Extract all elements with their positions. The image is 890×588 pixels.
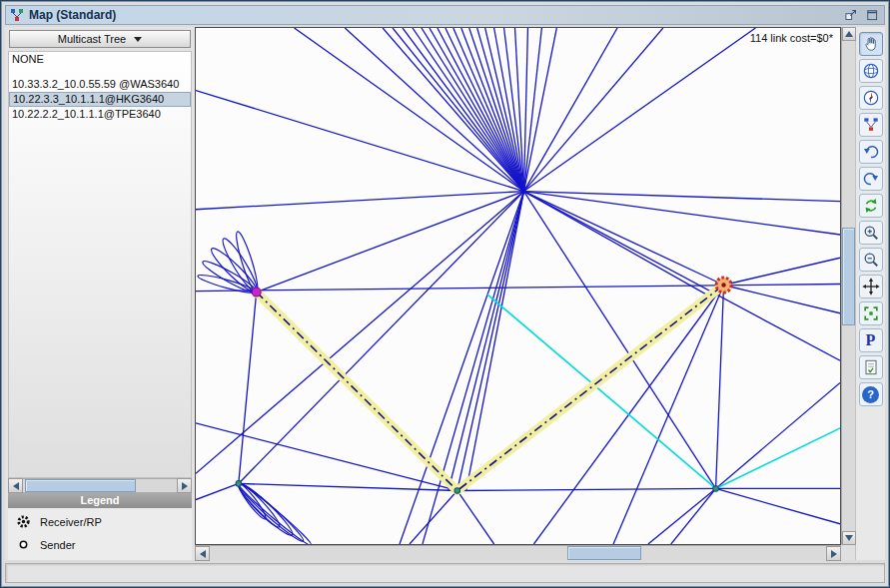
redo-button[interactable]	[859, 167, 883, 191]
list-item-selected[interactable]: 10.22.3.3_10.1.1.1@HKG3640	[9, 92, 191, 107]
legend-item-sender: Sender	[16, 537, 184, 552]
map-link	[523, 28, 556, 192]
map-node-router[interactable]	[713, 486, 719, 492]
legend-header: Legend	[8, 493, 192, 508]
arrow-down-icon	[845, 535, 853, 541]
map-link	[648, 488, 716, 544]
arrow-left-icon	[200, 550, 206, 558]
map-link	[716, 382, 840, 488]
refresh-icon	[861, 196, 881, 216]
scroll-up-button[interactable]	[842, 27, 856, 41]
window-map-icon	[10, 8, 24, 22]
arrow-right-icon	[182, 482, 188, 490]
scroll-right-button[interactable]	[177, 478, 192, 493]
help-icon: ?	[862, 386, 879, 403]
move-arrows-icon	[861, 277, 881, 296]
legend-item-receiver: Receiver/RP	[16, 514, 184, 529]
map-link	[523, 192, 712, 298]
compass-button[interactable]	[859, 86, 883, 110]
globe-icon	[861, 61, 881, 81]
map-link	[523, 28, 617, 192]
zoom-out-button[interactable]	[859, 248, 883, 272]
report-button[interactable]	[859, 355, 883, 379]
refresh-button[interactable]	[859, 194, 883, 218]
arrow-up-icon	[845, 31, 853, 37]
link-cost-label: 114 link cost=$0*	[750, 32, 833, 44]
topology-icon	[861, 115, 881, 135]
zoom-in-button[interactable]	[859, 221, 883, 245]
map-node-router[interactable]	[454, 488, 460, 494]
map-horizontal-scrollbar[interactable]	[195, 545, 841, 560]
map-window: Map (Standard) Multicast Tree NONE 10.33	[0, 0, 890, 588]
scrollbar-corner	[841, 545, 855, 560]
map-link	[239, 293, 257, 484]
pan-map-button[interactable]	[859, 275, 883, 298]
map-node-sender[interactable]	[252, 288, 261, 296]
map-link	[457, 490, 494, 544]
p-tool-button[interactable]: P	[859, 328, 883, 352]
sender-icon	[16, 537, 31, 552]
title-bar[interactable]: Map (Standard)	[5, 5, 885, 25]
list-item[interactable]: 10.33.3.2_10.0.55.59 @WAS3640	[9, 77, 191, 92]
tree-type-combo-value: Multicast Tree	[58, 33, 126, 45]
scroll-left-button[interactable]	[195, 546, 210, 561]
scrollbar-thumb[interactable]	[567, 546, 641, 560]
scrollbar-track[interactable]	[842, 41, 855, 531]
map-canvas[interactable]: 114 link cost=$0*	[195, 27, 841, 545]
zoom-in-icon	[861, 223, 881, 243]
scrollbar-thumb[interactable]	[842, 228, 855, 325]
hand-icon	[861, 34, 881, 54]
scrollbar-thumb[interactable]	[25, 479, 136, 492]
map-link	[257, 192, 524, 293]
fit-selection-icon	[861, 303, 881, 323]
list-item[interactable]: 10.22.2.2_10.1.1.1@TPE3640	[9, 107, 191, 122]
map-link	[523, 28, 541, 192]
multicast-tree-list: NONE 10.33.3.2_10.0.55.59 @WAS3640 10.22…	[8, 51, 192, 478]
arrow-right-icon	[831, 550, 837, 558]
world-view-button[interactable]	[859, 59, 883, 83]
tree-sidebar: Multicast Tree NONE 10.33.3.2_10.0.55.59…	[5, 27, 195, 560]
detach-icon	[844, 8, 858, 22]
content-area: Multicast Tree NONE 10.33.3.2_10.0.55.59…	[5, 27, 885, 560]
map-link	[383, 28, 523, 192]
help-button[interactable]: ?	[859, 382, 883, 406]
map-link	[438, 28, 524, 192]
map-link	[724, 258, 840, 285]
map-vertical-scrollbar[interactable]	[841, 27, 855, 545]
map-link	[239, 192, 524, 484]
map-toolbar: P ?	[855, 27, 885, 560]
scrollbar-track[interactable]	[210, 546, 826, 560]
legend-label: Sender	[40, 539, 75, 551]
scroll-down-button[interactable]	[842, 531, 856, 545]
map-link	[716, 285, 724, 488]
multicast-path-band	[257, 285, 724, 490]
report-icon	[861, 357, 881, 377]
maximize-window-button[interactable]	[864, 7, 880, 23]
tree-type-combo[interactable]: Multicast Tree	[9, 30, 191, 48]
scroll-left-button[interactable]	[8, 478, 23, 493]
topology-view-button[interactable]	[859, 113, 883, 137]
detach-window-button[interactable]	[843, 7, 859, 23]
map-link	[671, 488, 716, 544]
redo-icon	[861, 169, 881, 189]
map-link	[716, 488, 840, 523]
map-link	[196, 483, 239, 499]
zoom-out-icon	[861, 250, 881, 270]
arrow-left-icon	[13, 482, 19, 490]
legend-body: Receiver/RP Sender	[8, 508, 192, 560]
map-multipath-loop	[197, 273, 258, 296]
pan-tool-button[interactable]	[859, 32, 883, 56]
fit-to-view-button[interactable]	[859, 301, 883, 325]
list-item-none[interactable]: NONE	[9, 52, 191, 67]
scroll-right-button[interactable]	[826, 546, 841, 561]
maximize-icon	[866, 9, 879, 22]
status-bar	[5, 563, 885, 583]
scrollbar-track[interactable]	[23, 478, 177, 493]
undo-button[interactable]	[859, 140, 883, 164]
map-link	[457, 488, 716, 490]
map-link	[295, 28, 524, 192]
list-horizontal-scrollbar[interactable]	[8, 478, 192, 493]
legend-label: Receiver/RP	[40, 516, 102, 528]
map-area: 114 link cost=$0*	[195, 27, 855, 560]
map-node-router[interactable]	[236, 481, 242, 487]
